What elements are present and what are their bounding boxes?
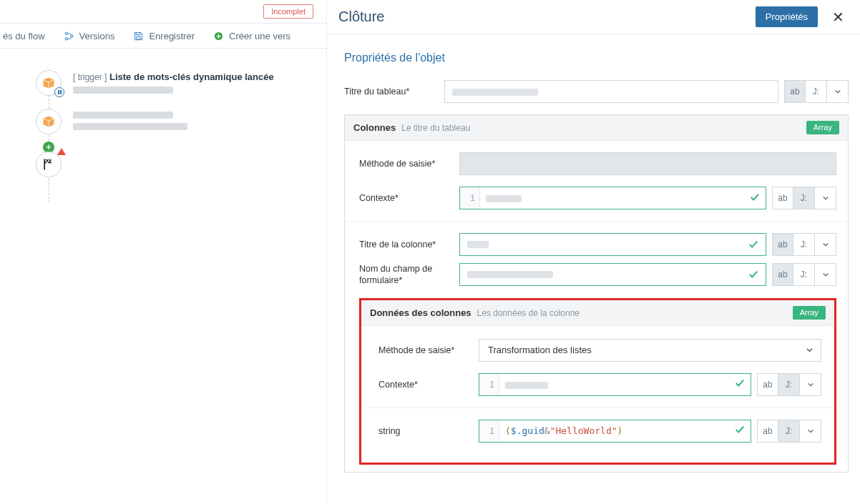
- svg-point-0: [65, 32, 67, 34]
- line-number: 1: [479, 374, 499, 395]
- panel-title: Clôture: [338, 9, 384, 25]
- mode-dropdown-button[interactable]: [800, 420, 821, 443]
- svg-rect-5: [45, 160, 47, 162]
- placeholder: [73, 87, 173, 94]
- mode-ab-button[interactable]: ab: [772, 187, 793, 209]
- column-data-section-highlighted: Données des colonnes Les données de la c…: [359, 298, 836, 465]
- mode-jsonata-button[interactable]: J:: [806, 80, 827, 103]
- mode-dropdown-button[interactable]: [800, 373, 821, 396]
- method-input[interactable]: [459, 152, 836, 175]
- columns-head-sub: Le titre du tableau: [401, 123, 470, 133]
- pause-badge-icon: [54, 87, 64, 97]
- column-title-input[interactable]: [459, 233, 766, 256]
- mode-jsonata-button[interactable]: J:: [793, 263, 815, 286]
- package-icon: [41, 114, 56, 129]
- chevron-down-icon: [807, 381, 814, 388]
- warning-icon: [57, 148, 66, 155]
- array-badge: Array: [793, 306, 826, 320]
- valid-icon: [744, 192, 766, 204]
- method-select-value: Transformation des listes: [488, 345, 592, 355]
- line-number: 1: [479, 420, 499, 442]
- properties-panel: Clôture Propriétés ✕ Propriétés de l'obj…: [326, 0, 860, 504]
- svg-point-1: [65, 37, 67, 39]
- cd-context-label: Contexte*: [378, 380, 479, 390]
- column-data-head-sub: Les données de la colonne: [477, 308, 580, 318]
- context-input[interactable]: 1: [459, 187, 766, 209]
- toolbar-versions-label: Versions: [79, 31, 115, 41]
- trigger-prefix: [ trigger ]: [73, 72, 107, 82]
- save-icon: [133, 31, 144, 41]
- placeholder: [73, 123, 187, 130]
- plus-circle-icon: [213, 31, 224, 41]
- mode-jsonata-button[interactable]: J:: [778, 373, 800, 396]
- chevron-down-icon: [822, 241, 829, 248]
- svg-rect-6: [48, 160, 49, 162]
- column-data-head-main: Données des colonnes: [370, 307, 471, 318]
- mode-ab-button[interactable]: ab: [757, 373, 778, 396]
- form-field-name-input[interactable]: [459, 263, 766, 286]
- svg-point-2: [70, 34, 72, 36]
- cd-method-label: Méthode de saisie*: [378, 345, 479, 355]
- status-badge: Incomplet: [263, 4, 313, 19]
- node-end[interactable]: [36, 152, 313, 177]
- toolbar-save-label: Enregistrer: [149, 31, 195, 41]
- mode-dropdown-button[interactable]: [815, 233, 836, 256]
- mode-dropdown-button[interactable]: [827, 80, 849, 103]
- valid-icon: [729, 425, 751, 437]
- mode-jsonata-button[interactable]: J:: [778, 420, 800, 443]
- toolbar-create-version-label: Créer une vers: [229, 31, 290, 41]
- left-toolbar: és du flow Versions Enregistrer Créer un…: [0, 23, 326, 49]
- chevron-down-icon: [822, 271, 829, 278]
- mode-dropdown-button[interactable]: [815, 263, 836, 286]
- trigger-title: Liste de mots-clés dynamique lancée: [109, 71, 274, 82]
- valid-icon: [748, 270, 758, 280]
- node-step[interactable]: [36, 109, 313, 134]
- cd-string-label: string: [378, 426, 479, 436]
- toolbar-save[interactable]: Enregistrer: [133, 31, 195, 41]
- mode-ab-button[interactable]: ab: [772, 263, 793, 286]
- valid-icon: [748, 239, 758, 249]
- placeholder: [73, 112, 173, 119]
- cd-context-input[interactable]: 1: [479, 373, 751, 396]
- line-number: 1: [460, 187, 480, 209]
- method-select[interactable]: Transformation des listes: [479, 339, 821, 362]
- method-label: Méthode de saisie*: [359, 159, 459, 169]
- flow-canvas: [ trigger ] Liste de mots-clés dynamique…: [0, 49, 326, 504]
- mode-jsonata-button[interactable]: J:: [793, 187, 815, 209]
- mode-jsonata-button[interactable]: J:: [793, 233, 815, 256]
- package-icon: [41, 76, 56, 90]
- cd-string-input[interactable]: 1 ($.guid&"HelloWorld"): [479, 420, 751, 443]
- array-badge: Array: [806, 121, 839, 134]
- mode-ab-button[interactable]: ab: [772, 233, 793, 256]
- chevron-down-icon: [806, 346, 813, 354]
- chevron-down-icon: [822, 194, 829, 202]
- table-title-input[interactable]: [444, 80, 778, 103]
- close-icon[interactable]: ✕: [828, 6, 849, 29]
- mode-ab-button[interactable]: ab: [784, 80, 806, 103]
- table-title-label: Titre du tableau*: [344, 87, 444, 97]
- mode-dropdown-button[interactable]: [815, 187, 836, 209]
- section-title: Propriétés de l'objet: [344, 51, 849, 64]
- valid-icon: [729, 378, 751, 390]
- node-trigger[interactable]: [ trigger ] Liste de mots-clés dynamique…: [36, 70, 313, 96]
- toolbar-flow-label: és du flow: [3, 31, 45, 41]
- flag-checkered-icon: [41, 157, 56, 172]
- toolbar-create-version[interactable]: Créer une vers: [213, 31, 290, 41]
- properties-button[interactable]: Propriétés: [756, 6, 818, 27]
- form-field-name-label: Nom du champ de formulaire*: [359, 263, 459, 287]
- context-label: Contexte*: [359, 193, 459, 203]
- column-title-label: Titre de la colonne*: [359, 239, 459, 249]
- columns-section: Colonnes Le titre du tableau Array Métho…: [344, 114, 849, 473]
- versions-icon: [64, 31, 74, 41]
- toolbar-flow-config[interactable]: és du flow: [3, 31, 45, 41]
- chevron-down-icon: [834, 88, 841, 95]
- svg-rect-3: [137, 36, 140, 39]
- svg-rect-7: [47, 162, 48, 163]
- columns-head-main: Colonnes: [353, 122, 396, 133]
- toolbar-versions[interactable]: Versions: [64, 31, 115, 41]
- jsonata-expression: ($.guid&"HelloWorld"): [499, 421, 729, 440]
- mode-ab-button[interactable]: ab: [757, 420, 778, 443]
- chevron-down-icon: [807, 428, 814, 435]
